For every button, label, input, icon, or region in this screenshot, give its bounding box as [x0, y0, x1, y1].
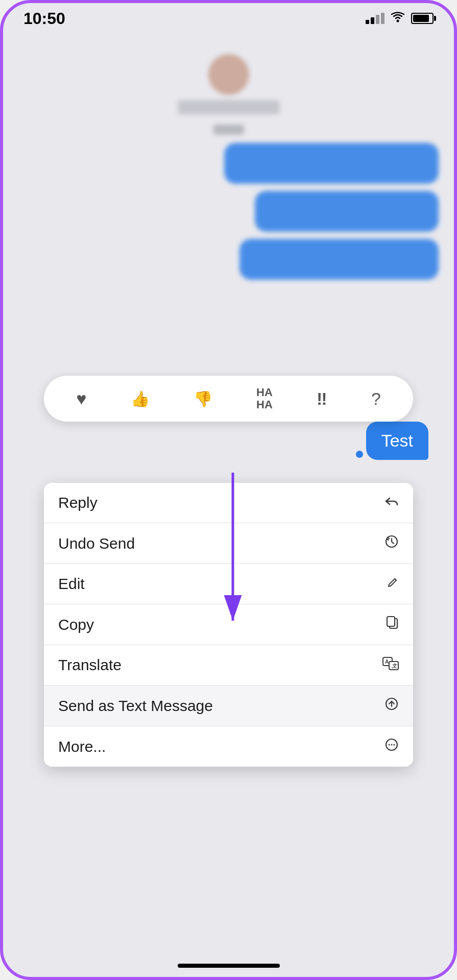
undo-send-icon: [384, 534, 399, 552]
contact-name: [178, 100, 280, 114]
battery-icon: [411, 13, 434, 24]
copy-label: Copy: [58, 616, 94, 633]
translate-label: Translate: [58, 656, 122, 674]
svg-point-12: [389, 744, 390, 746]
translate-icon: A 文: [382, 657, 399, 674]
exclamation-reaction[interactable]: ‼: [317, 389, 327, 409]
edit-label: Edit: [58, 575, 85, 593]
status-time: 10:50: [23, 9, 65, 28]
more-icon: [384, 738, 399, 755]
message-bubble: [239, 239, 439, 280]
heart-reaction[interactable]: ♥: [76, 389, 86, 409]
signal-icon: [366, 13, 384, 24]
edit-menu-item[interactable]: Edit: [44, 564, 413, 604]
home-indicator: [178, 964, 280, 968]
bubble-dot: [356, 451, 363, 458]
reaction-bar: ♥ 👍 👎 HAHA ‼ ?: [44, 376, 413, 422]
status-icons: [366, 11, 434, 26]
reply-icon: [384, 495, 399, 511]
thumbsdown-reaction[interactable]: 👎: [194, 390, 212, 408]
svg-point-13: [391, 744, 393, 746]
send-as-text-menu-item[interactable]: Send as Text Message: [44, 685, 413, 726]
edit-icon: [387, 576, 399, 592]
phone-frame: 10:50: [0, 0, 457, 980]
copy-menu-item[interactable]: Copy: [44, 604, 413, 645]
timestamp: [213, 125, 244, 135]
svg-point-14: [394, 744, 395, 746]
thumbsup-reaction[interactable]: 👍: [131, 390, 150, 408]
more-label: More...: [58, 738, 106, 755]
status-bar: 10:50: [3, 3, 454, 34]
send-as-text-icon: [384, 697, 399, 715]
message-bubble: [255, 191, 439, 232]
wifi-icon: [391, 11, 405, 26]
more-menu-item[interactable]: More...: [44, 726, 413, 767]
reply-label: Reply: [58, 494, 98, 511]
test-message-bubble: Test: [366, 422, 428, 460]
question-reaction[interactable]: ?: [371, 389, 381, 409]
test-message-area: Test: [356, 422, 428, 460]
svg-text:A: A: [385, 659, 389, 665]
context-menu: Reply Undo Send Edit: [44, 483, 413, 767]
svg-point-0: [397, 20, 399, 22]
message-bubble: [224, 143, 439, 184]
reply-menu-item[interactable]: Reply: [44, 483, 413, 523]
svg-rect-5: [387, 617, 395, 626]
haha-reaction[interactable]: HAHA: [256, 386, 273, 411]
avatar: [208, 54, 249, 95]
undo-send-menu-item[interactable]: Undo Send: [44, 523, 413, 564]
copy-icon: [386, 616, 399, 633]
send-as-text-label: Send as Text Message: [58, 697, 213, 715]
translate-menu-item[interactable]: Translate A 文: [44, 645, 413, 685]
undo-send-label: Undo Send: [58, 535, 135, 552]
